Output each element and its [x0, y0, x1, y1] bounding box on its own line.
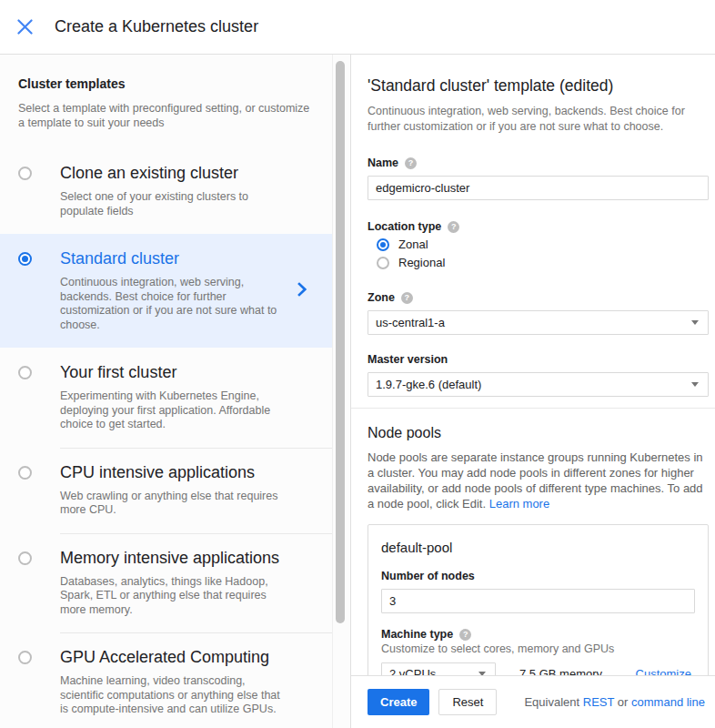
- command-line-link[interactable]: command line: [631, 695, 705, 709]
- location-type-label: Location type: [368, 220, 441, 233]
- zone-selected-value: us-central1-a: [376, 316, 445, 329]
- page-title: Create a Kubernetes cluster: [55, 17, 258, 36]
- template-item-standard-cluster[interactable]: Standard cluster Continuous integration,…: [0, 234, 332, 348]
- node-pools-heading: Node pools: [368, 425, 709, 441]
- location-option-zonal[interactable]: Zonal: [368, 238, 709, 251]
- radio-memory-intensive[interactable]: [18, 551, 32, 565]
- help-icon[interactable]: ?: [448, 221, 459, 233]
- template-item-description: Machine learning, video transcoding, sci…: [60, 674, 289, 717]
- template-item-cpu-intensive[interactable]: CPU intensive applications Web crawling …: [0, 448, 332, 533]
- learn-more-link[interactable]: Learn more: [489, 497, 549, 511]
- number-of-nodes-label: Number of nodes: [381, 570, 475, 582]
- location-option-regional[interactable]: Regional: [368, 256, 709, 269]
- machine-type-hint: Customize to select cores, memory and GP…: [381, 642, 695, 655]
- close-icon: [17, 19, 33, 35]
- template-item-title: Clone an existing cluster: [60, 164, 301, 183]
- template-item-title: GPU Accelerated Computing: [60, 648, 301, 667]
- zone-select[interactable]: us-central1-a: [368, 310, 709, 335]
- or-text: or: [618, 695, 629, 709]
- form-description: Continuous integration, web serving, bac…: [368, 104, 709, 135]
- template-item-description: Select one of your existing clusters to …: [60, 190, 289, 218]
- machine-type-label: Machine type: [381, 628, 453, 641]
- master-version-selected-value: 1.9.7-gke.6 (default): [376, 378, 481, 391]
- create-button[interactable]: Create: [368, 689, 429, 715]
- section-divider: [351, 408, 715, 409]
- template-item-title: CPU intensive applications: [60, 463, 301, 482]
- template-item-title: Your first cluster: [60, 363, 301, 382]
- zonal-label: Zonal: [398, 238, 428, 251]
- template-item-clone-existing[interactable]: Clone an existing cluster Select one of …: [0, 148, 332, 234]
- templates-subheading: Select a template with preconfigured set…: [18, 102, 314, 130]
- location-type-group: Location type ? Zonal Regional: [368, 220, 709, 269]
- radio-gpu-accelerated[interactable]: [18, 651, 32, 664]
- regional-label: Regional: [398, 256, 445, 269]
- radio-regional[interactable]: [377, 257, 389, 269]
- create-kubernetes-cluster-dialog: Create a Kubernetes cluster Cluster temp…: [0, 0, 715, 728]
- caret-down-icon: [691, 382, 699, 387]
- templates-heading: Cluster templates: [18, 76, 314, 91]
- cluster-name-input[interactable]: [368, 176, 709, 200]
- dialog-header: Create a Kubernetes cluster: [0, 0, 715, 55]
- zone-label: Zone: [368, 291, 395, 304]
- number-of-nodes-group: Number of nodes: [381, 570, 695, 613]
- equivalent-text: Equivalent REST or command line: [524, 695, 705, 709]
- default-pool-card: default-pool Number of nodes Machine typ…: [368, 524, 709, 675]
- machine-type-group: Machine type ? Customize to select cores…: [381, 628, 695, 675]
- machine-type-select[interactable]: 2 vCPUs: [381, 662, 496, 675]
- template-item-memory-intensive[interactable]: Memory intensive applications Databases,…: [0, 533, 332, 633]
- radio-zonal[interactable]: [377, 238, 389, 251]
- left-panel-scrollbar[interactable]: [336, 61, 345, 623]
- template-item-description: Experimenting with Kubernetes Engine, de…: [60, 389, 289, 432]
- equivalent-prefix: Equivalent: [524, 695, 579, 709]
- memory-value: 7.5 GB memory: [519, 667, 602, 676]
- close-button[interactable]: [16, 19, 33, 35]
- template-item-description: Continuous integration, web serving, bac…: [60, 276, 289, 332]
- number-of-nodes-input[interactable]: [381, 589, 695, 613]
- template-item-description: Web crawling or anything else that requi…: [60, 490, 289, 518]
- template-item-gpu-accelerated[interactable]: GPU Accelerated Computing Machine learni…: [0, 632, 332, 728]
- name-label: Name: [368, 157, 398, 169]
- templates-intro: Cluster templates Select a template with…: [0, 55, 332, 148]
- rest-link[interactable]: REST: [583, 695, 614, 709]
- caret-down-icon: [691, 320, 699, 325]
- template-item-title: Memory intensive applications: [60, 549, 301, 568]
- master-version-label: Master version: [368, 353, 448, 366]
- cluster-templates-panel: Cluster templates Select a template with…: [0, 55, 350, 728]
- radio-your-first-cluster[interactable]: [18, 366, 32, 379]
- template-form: 'Standard cluster' template (edited) Con…: [351, 55, 715, 675]
- name-field-group: Name ?: [368, 157, 709, 200]
- machine-type-selected-value: 2 vCPUs: [389, 667, 436, 676]
- pool-name: default-pool: [381, 540, 695, 555]
- node-pools-description: Node pools are separate instance groups …: [368, 450, 709, 511]
- help-icon[interactable]: ?: [401, 292, 413, 304]
- radio-standard-cluster[interactable]: [18, 252, 32, 266]
- help-icon[interactable]: ?: [405, 157, 417, 169]
- template-form-panel: 'Standard cluster' template (edited) Con…: [350, 55, 715, 728]
- template-item-your-first-cluster[interactable]: Your first cluster Experimenting with Ku…: [0, 348, 332, 448]
- zone-field-group: Zone ? us-central1-a: [368, 291, 709, 335]
- customize-link[interactable]: Customize: [636, 667, 691, 676]
- chevron-right-icon: [297, 281, 307, 300]
- master-version-select[interactable]: 1.9.7-gke.6 (default): [368, 372, 709, 397]
- master-version-group: Master version 1.9.7-gke.6 (default): [368, 353, 709, 397]
- reset-button[interactable]: Reset: [438, 689, 497, 715]
- template-item-title: Standard cluster: [60, 249, 301, 268]
- radio-clone-existing[interactable]: [18, 167, 32, 180]
- radio-cpu-intensive[interactable]: [18, 466, 32, 480]
- template-item-description: Databases, analytics, things like Hadoop…: [60, 575, 289, 618]
- form-heading: 'Standard cluster' template (edited): [368, 76, 709, 96]
- help-icon[interactable]: ?: [459, 629, 471, 641]
- footer-actions: Create Reset Equivalent REST or command …: [351, 675, 715, 728]
